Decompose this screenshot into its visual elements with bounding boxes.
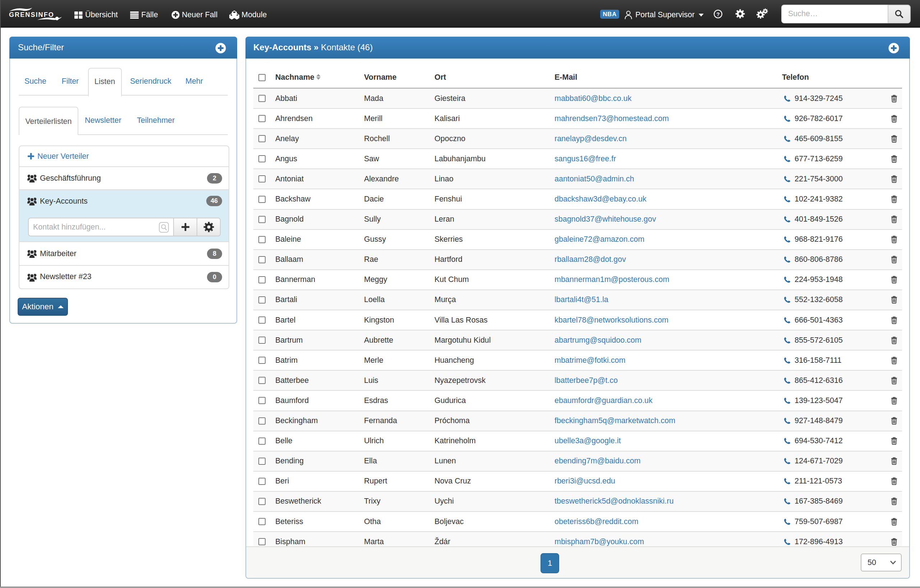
svg-text:?: ? (716, 11, 719, 17)
svg-text:GRENSINFO: GRENSINFO (9, 11, 54, 18)
